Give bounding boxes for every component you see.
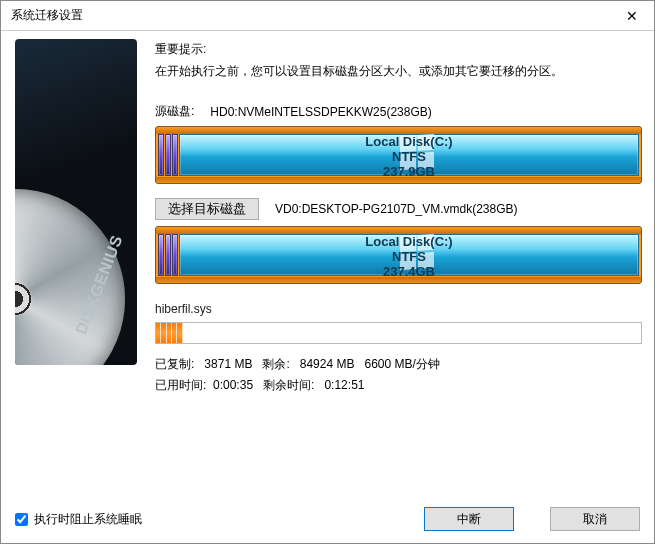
hint-title: 重要提示: xyxy=(155,41,642,58)
partition-main[interactable]: Local Disk(C:) NTFS 237.4GB xyxy=(179,234,639,276)
stats-line-2: 已用时间: 0:00:35 剩余时间: 0:12:51 xyxy=(155,375,642,395)
partition-fs: NTFS xyxy=(392,250,426,265)
hint-text: 在开始执行之前，您可以设置目标磁盘分区大小、或添加其它要迁移的分区。 xyxy=(155,62,642,81)
window-title: 系统迁移设置 xyxy=(11,7,610,24)
partition-name: Local Disk(C:) xyxy=(365,135,452,150)
sidebar-illustration: DISKGENIUS xyxy=(15,39,137,365)
partition-size: 237.4GB xyxy=(383,265,435,280)
progress-bar xyxy=(155,322,642,344)
partition-info: Local Disk(C:) NTFS 237.4GB xyxy=(180,235,638,280)
progress-fill xyxy=(156,323,183,343)
partition-fs: NTFS xyxy=(392,150,426,165)
partition-main[interactable]: Local Disk(C:) NTFS 237.9GB xyxy=(179,134,639,176)
main-panel: 重要提示: 在开始执行之前，您可以设置目标磁盘分区大小、或添加其它要迁移的分区。… xyxy=(155,39,642,495)
prevent-sleep-label: 执行时阻止系统睡眠 xyxy=(34,511,142,528)
partition-segment xyxy=(172,134,178,176)
select-target-button[interactable]: 选择目标磁盘 xyxy=(155,198,259,220)
partition-info: Local Disk(C:) NTFS 237.9GB xyxy=(180,135,638,180)
source-label: 源磁盘: xyxy=(155,103,194,120)
prevent-sleep-checkbox[interactable]: 执行时阻止系统睡眠 xyxy=(15,511,142,528)
source-disk-row: 源磁盘: HD0:NVMeINTELSSDPEKKW25(238GB) xyxy=(155,103,642,120)
titlebar: 系统迁移设置 ✕ xyxy=(1,1,654,31)
partition-segment xyxy=(165,234,171,276)
target-disk-row: 选择目标磁盘 VD0:DESKTOP-PG2107D_VM.vmdk(238GB… xyxy=(155,198,642,220)
content-area: DISKGENIUS 重要提示: 在开始执行之前，您可以设置目标磁盘分区大小、或… xyxy=(1,31,654,495)
target-name: VD0:DESKTOP-PG2107D_VM.vmdk(238GB) xyxy=(275,202,518,216)
cancel-button[interactable]: 取消 xyxy=(550,507,640,531)
partition-segment xyxy=(158,234,164,276)
partition-segment xyxy=(158,134,164,176)
stats-line-1: 已复制: 3871 MB 剩余: 84924 MB 6600 MB/分钟 xyxy=(155,354,642,374)
partition-segment xyxy=(165,134,171,176)
source-disk-bar[interactable]: Local Disk(C:) NTFS 237.9GB xyxy=(155,126,642,184)
stats: 已复制: 3871 MB 剩余: 84924 MB 6600 MB/分钟 已用时… xyxy=(155,354,642,395)
prevent-sleep-input[interactable] xyxy=(15,513,28,526)
partition-name: Local Disk(C:) xyxy=(365,235,452,250)
source-name: HD0:NVMeINTELSSDPEKKW25(238GB) xyxy=(210,105,431,119)
current-file: hiberfil.sys xyxy=(155,302,642,316)
close-icon[interactable]: ✕ xyxy=(610,1,654,31)
partition-size: 237.9GB xyxy=(383,165,435,180)
target-disk-bar[interactable]: Local Disk(C:) NTFS 237.4GB xyxy=(155,226,642,284)
abort-button[interactable]: 中断 xyxy=(424,507,514,531)
partition-segment xyxy=(172,234,178,276)
footer: 执行时阻止系统睡眠 中断 取消 xyxy=(1,495,654,543)
